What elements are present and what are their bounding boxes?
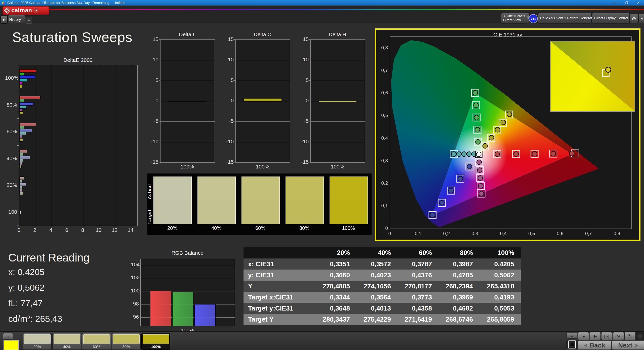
cie-xtick-label: 0,7 [581,231,596,236]
cie-measured-point-yellow [489,135,494,140]
continuous-measure-button[interactable]: ∞ [613,332,624,340]
display-control-dropdown[interactable]: Direct Display Control ▼ [592,13,630,23]
delta-axis-tick [234,60,236,60]
restore-button[interactable] [621,0,632,6]
next-button[interactable]: Next » [612,341,644,350]
next-button-label: Next [618,341,632,349]
deltae-bar-blue [19,102,33,106]
pattern-button-40%[interactable]: 40% [52,333,81,350]
pattern-generator-dropdown[interactable]: CalMAN Client 3 Pattern Generator ▼ [538,13,591,23]
deltae-bar-red [19,69,36,73]
back-button[interactable]: « Back [578,341,611,350]
pattern-button-100%[interactable]: 100% [141,333,170,350]
tab-history-1[interactable]: History 1 [8,15,25,23]
delta-l-chart-title: Delta L [160,31,214,37]
deltae-bar-red [19,96,41,99]
delta-axis-tick [234,121,236,121]
range-measure-button[interactable]: [··] [601,332,612,340]
delta-ytick-label: 0 [299,98,309,104]
deltae-bar-green [19,153,23,156]
cie-measured-point-red [569,151,574,156]
gear-icon [632,16,636,21]
minimize-button[interactable]: — [609,0,621,6]
pattern-button-80%[interactable]: 80% [112,333,141,350]
play-measure-button[interactable]: ▶ [590,332,601,340]
delta-axis-tick [234,80,236,81]
meter-count-badge[interactable]: 711 [529,14,538,23]
up-arrow-icon: ▲ [7,335,10,338]
table-cell: 0,4358 [397,303,438,314]
table-cell: 0,4023 [356,270,397,281]
swatch-target [330,200,368,224]
deltae-ytick-label: 100 [5,209,17,215]
swatch-target [286,200,324,224]
table-row: y: CIE310,36600,40230,43760,47050,5062 [244,270,521,281]
table-corner-cell [244,247,315,258]
stop-measure-button[interactable]: ■ [578,332,589,340]
add-tab-button[interactable]: + [25,17,32,24]
delta-axis-tick [309,142,311,142]
deltae-bar-cyan [19,105,27,109]
delta-ytick-label: -15 [224,159,234,165]
table-cell: 0,4205 [479,258,521,270]
table-row-label: Target y:CIE31 [244,303,315,314]
deltae-bar-red [19,150,27,153]
table-row: x: CIE310,33510,35720,37870,39870,4205 [244,258,521,270]
table-cell: 275,4229 [356,314,397,325]
tab-scroll-button[interactable]: ▶ [1,15,8,24]
cie-measured-point-green [473,91,477,95]
table-cell: 0,3564 [356,292,397,303]
disabled-slot [636,332,644,340]
deltae-gridline [131,65,131,226]
delta-ytick-label: 10 [148,57,158,63]
pattern-window-button[interactable] [566,339,578,350]
cie-zoom-inset [550,41,635,112]
cie-measured-point-red [514,152,518,156]
pattern-button-60%[interactable]: 60% [82,333,111,350]
delta-gridline [311,60,365,60]
cie-measured-point-green [474,103,478,108]
table-cell: 0,4705 [438,270,479,281]
cie-measured-point-cyan [452,152,456,156]
deltae-ytick-label: 40% [5,155,17,161]
current-reading-cdm2: cd/m²: 265,43 [8,314,62,324]
deltae-axis-tick [17,199,19,199]
calman-menu-button[interactable]: calman ▼ [3,6,49,15]
deltae-xtick-label: 10 [92,227,105,233]
table-cell: 0,3648 [315,303,356,314]
delta-axis-tick [234,101,236,101]
stop-icon: ■ [582,334,585,338]
cie-ytick-label: 0,6 [377,90,388,96]
cie-measured-point-yellow [507,112,512,117]
rgb-gridline [141,278,235,278]
refresh-measure-button[interactable]: ↻ [624,332,635,340]
deltae-bar-green [19,99,24,102]
expand-patterns-button[interactable]: ▲ [3,333,13,340]
table-row: Target Y280,3437275,4229271,6419268,6746… [244,314,521,325]
pattern-button-20%[interactable]: 20% [23,333,52,350]
cie-measured-point-cyan [467,152,472,156]
page-title: Saturation Sweeps [12,29,133,45]
deltae2000-chart-title: DeltaE 2000 [19,57,137,63]
delta-axis-tick [309,60,311,60]
table-cell: 0,4193 [479,292,521,303]
delta-gridline [236,121,290,122]
collapse-panel-button[interactable]: ◀ [638,14,644,23]
expand-transport-button[interactable]: ▲ [567,333,577,339]
cie-measured-point-yellow [483,144,488,148]
deltae-axis-tick [17,118,19,119]
table-cell: 274,1656 [356,281,397,292]
deltae-bar-yellow [19,192,23,195]
deltae-gridline [35,65,35,226]
deltae-bar-green [19,72,24,76]
swatch-actual [286,177,324,200]
deltae-ytick-label: 100% [5,75,17,81]
meter-dropdown[interactable]: X-Rite i1Pro 3 Direct View ▼ [501,13,529,23]
settings-button[interactable] [630,14,638,23]
delta-xlabel: 100% [235,164,290,170]
rgb-axis-tick [139,265,141,265]
cie-measured-point-yellow [495,127,500,132]
cie-measured-point-green [474,115,479,120]
delta-xlabel: 100% [160,164,214,170]
close-button[interactable]: × [632,0,644,6]
